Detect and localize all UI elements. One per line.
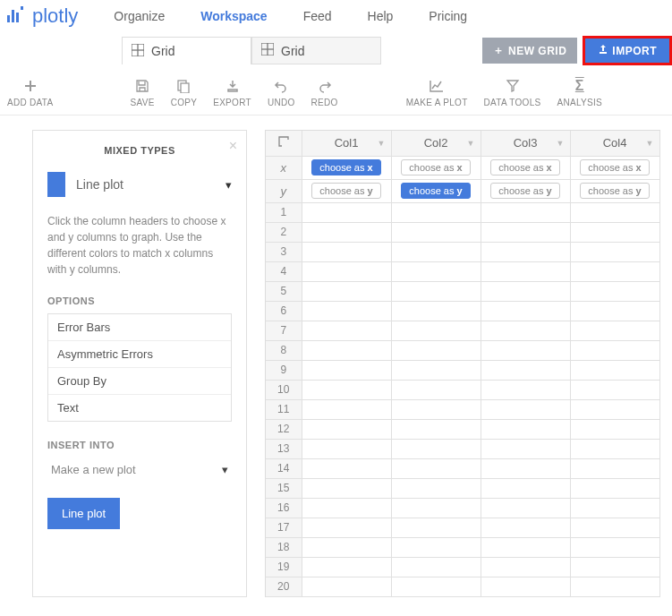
row-number[interactable]: 9: [266, 360, 302, 380]
cell[interactable]: [302, 340, 391, 360]
cell[interactable]: [570, 380, 659, 399]
cell[interactable]: [302, 557, 391, 577]
cell[interactable]: [391, 577, 481, 596]
cell[interactable]: [570, 222, 659, 242]
cell[interactable]: [570, 202, 659, 222]
tab-grid-1[interactable]: Grid: [251, 37, 381, 64]
cell[interactable]: [391, 242, 481, 261]
cell[interactable]: [481, 439, 570, 458]
cell[interactable]: [481, 399, 570, 419]
row-number[interactable]: 16: [266, 498, 302, 518]
nav-pricing[interactable]: Pricing: [429, 9, 467, 23]
cell[interactable]: [302, 321, 391, 340]
insert-into-selector[interactable]: Make a new plot ▾: [47, 458, 232, 482]
row-number[interactable]: 5: [266, 281, 302, 301]
cell[interactable]: [391, 557, 481, 577]
cell[interactable]: [391, 478, 481, 498]
row-number[interactable]: 4: [266, 261, 302, 281]
choose-y-col1[interactable]: choose as y: [401, 183, 470, 199]
new-grid-button[interactable]: ＋ NEW GRID: [482, 38, 577, 64]
cell[interactable]: [481, 301, 570, 321]
cell[interactable]: [391, 202, 481, 222]
cell[interactable]: [302, 439, 391, 458]
row-number[interactable]: 13: [266, 439, 302, 458]
cell[interactable]: [570, 242, 659, 261]
cell[interactable]: [570, 577, 659, 596]
import-button[interactable]: IMPORT: [585, 38, 669, 63]
cell[interactable]: [481, 498, 570, 518]
cell[interactable]: [391, 301, 481, 321]
cell[interactable]: [391, 261, 481, 281]
choose-y-col2[interactable]: choose as y: [490, 183, 559, 199]
column-header-1[interactable]: Col2▼: [391, 131, 481, 156]
cell[interactable]: [481, 419, 570, 439]
cell[interactable]: [481, 380, 570, 399]
cell[interactable]: [481, 537, 570, 557]
cell[interactable]: [302, 360, 391, 380]
cell[interactable]: [391, 537, 481, 557]
cell[interactable]: [481, 557, 570, 577]
cell[interactable]: [481, 518, 570, 537]
cell[interactable]: [391, 419, 481, 439]
cell[interactable]: [570, 281, 659, 301]
cell[interactable]: [302, 261, 391, 281]
cell[interactable]: [302, 242, 391, 261]
cell[interactable]: [570, 439, 659, 458]
cell[interactable]: [302, 380, 391, 399]
cell[interactable]: [391, 498, 481, 518]
column-header-3[interactable]: Col4▼: [570, 131, 659, 156]
cell[interactable]: [302, 537, 391, 557]
cell[interactable]: [570, 301, 659, 321]
row-number[interactable]: 6: [266, 301, 302, 321]
nav-help[interactable]: Help: [368, 9, 394, 23]
tool-export[interactable]: EXPORT: [213, 78, 251, 107]
nav-feed[interactable]: Feed: [303, 9, 332, 23]
cell[interactable]: [391, 439, 481, 458]
cell[interactable]: [570, 340, 659, 360]
cell[interactable]: [481, 222, 570, 242]
cell[interactable]: [391, 340, 481, 360]
tool-undo[interactable]: UNDO: [268, 78, 295, 107]
choose-y-col0[interactable]: choose as y: [311, 183, 380, 199]
cell[interactable]: [302, 281, 391, 301]
cell[interactable]: [391, 281, 481, 301]
cell[interactable]: [570, 399, 659, 419]
choose-x-col1[interactable]: choose as x: [401, 159, 470, 175]
cell[interactable]: [570, 321, 659, 340]
cell[interactable]: [391, 222, 481, 242]
cell[interactable]: [481, 202, 570, 222]
choose-x-col3[interactable]: choose as x: [580, 159, 649, 175]
cell[interactable]: [570, 261, 659, 281]
cell[interactable]: [391, 321, 481, 340]
create-plot-button[interactable]: Line plot: [47, 498, 120, 529]
cell[interactable]: [391, 399, 481, 419]
cell[interactable]: [481, 360, 570, 380]
option-error-bars[interactable]: Error Bars: [48, 314, 231, 341]
cell[interactable]: [302, 399, 391, 419]
tool-copy[interactable]: COPY: [171, 78, 198, 107]
cell[interactable]: [302, 498, 391, 518]
choose-x-col2[interactable]: choose as x: [490, 159, 559, 175]
tool-add-data[interactable]: ADD DATA: [7, 78, 53, 107]
option-asymmetric-errors[interactable]: Asymmetric Errors: [48, 341, 231, 368]
cell[interactable]: [481, 281, 570, 301]
tool-analysis[interactable]: ΣANALYSIS: [557, 78, 603, 107]
plot-type-selector[interactable]: Line plot ▾: [47, 172, 232, 197]
cell[interactable]: [570, 360, 659, 380]
row-number[interactable]: 18: [266, 537, 302, 557]
cell[interactable]: [302, 222, 391, 242]
cell[interactable]: [391, 518, 481, 537]
cell[interactable]: [570, 557, 659, 577]
cell[interactable]: [302, 577, 391, 596]
row-number[interactable]: 8: [266, 340, 302, 360]
cell[interactable]: [302, 478, 391, 498]
tool-make-a-plot[interactable]: MAKE A PLOT: [406, 78, 468, 107]
row-number[interactable]: 12: [266, 419, 302, 439]
grid-corner[interactable]: [266, 131, 302, 156]
choose-y-col3[interactable]: choose as y: [580, 183, 649, 199]
tool-redo[interactable]: REDO: [311, 78, 338, 107]
option-group-by[interactable]: Group By: [48, 368, 231, 395]
cell[interactable]: [391, 458, 481, 478]
row-number[interactable]: 20: [266, 577, 302, 596]
choose-x-col0[interactable]: choose as x: [311, 159, 380, 175]
